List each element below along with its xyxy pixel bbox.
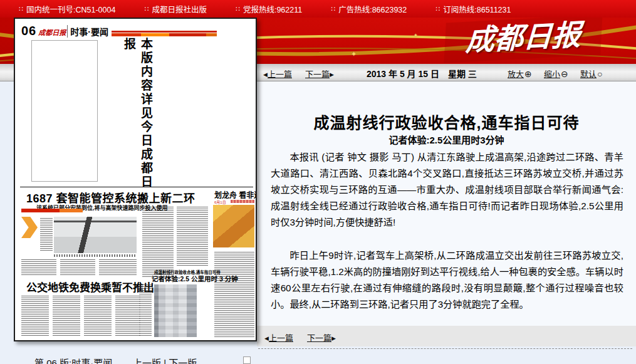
zoom-out-icon: ⊖: [561, 69, 568, 79]
thumb-headline-2[interactable]: 公交地铁免费换乘暂不推出: [26, 279, 154, 294]
dots-icon: ∷: [331, 5, 335, 13]
photo-caption-microtext: [54, 254, 137, 257]
subscribe-hotline-label: 订阅热线:86511231: [443, 3, 511, 15]
next-article-label: 下一篇: [305, 70, 330, 79]
red-kicker-strip: [21, 209, 83, 212]
thumb-side-date: 6月1日: [214, 199, 226, 205]
publication-number-label: 国内统一刊号:CN51-0004: [26, 3, 115, 15]
next-article-link-bottom[interactable]: 下一篇▶: [307, 331, 336, 343]
issue-date: 2013 年 5 月 15 日 星期 三: [367, 67, 477, 80]
right-arrow-icon: ▶: [330, 71, 334, 78]
footer-edition-nav[interactable]: 上一版 | 下一版: [133, 356, 197, 364]
zoom-out-button[interactable]: 缩小⊖: [544, 68, 568, 80]
zoom-in-label: 放大: [508, 70, 524, 79]
dots-icon: ∷: [19, 5, 23, 13]
prev-article-label: 上一篇: [268, 70, 292, 79]
elevated-road-photo: [154, 284, 197, 337]
thumb-side-headline[interactable]: 划龙舟 看非遗: [214, 189, 257, 200]
small-masthead-logo: 成都日报: [38, 27, 66, 37]
divider-rule: [20, 187, 253, 187]
dots-icon: ∷: [236, 5, 239, 13]
right-arrow-icon: ▶: [331, 335, 336, 341]
zoom-in-icon: ⊕: [524, 69, 532, 79]
party-hotline: ∷党报热线:962211: [236, 3, 302, 15]
party-hotline-label: 党报热线:962211: [243, 3, 302, 15]
bottom-nav-strip: ◀上一篇 下一篇▶: [257, 326, 636, 346]
dots-icon: ∷: [435, 5, 439, 13]
chevron-graphic: [21, 217, 38, 238]
side-microtext-strip: [231, 200, 254, 203]
ad-hotline: ∷广告热线:86623932: [331, 3, 407, 15]
footer-checkbox[interactable]: [243, 356, 251, 364]
microtext-column: [60, 259, 95, 276]
zoom-reset-icon: ○: [597, 69, 602, 79]
empty-image-placeholder: [31, 40, 98, 182]
microtext-column: [214, 252, 254, 337]
microtext-column: [21, 259, 56, 276]
article-paragraph: 本报讯 (记者 钟文 摄影 马丁) 从清江东路驶上成温高架,沿途跨过二环路、青羊…: [271, 149, 623, 231]
star-icon: ✦: [414, 33, 418, 38]
top-info-bar: ∷国内统一刊号:CN51-0004 ∷成都日报社出版 ∷党报热线:962211 …: [0, 0, 636, 18]
microtext-column: [177, 207, 208, 267]
page-footer: 第 06 版:时事·要闻 上一版 | 下一版: [0, 356, 636, 364]
dashed-divider: [258, 348, 632, 349]
ad-hotline-label: 广告热线:86623932: [338, 3, 407, 15]
prev-article-link-bottom[interactable]: ◀上一篇: [264, 331, 293, 343]
star-icon: ✦: [351, 50, 357, 58]
thumb-current-article-subhead[interactable]: 记者体验:2.5 公里用时 3 分钟: [152, 274, 238, 283]
zoom-out-label: 缩小: [544, 70, 560, 79]
microtext-column: [53, 296, 80, 337]
section-title: 时事·要闻: [67, 25, 108, 38]
vertical-notice-text: 本版内容详见今日成都日报: [120, 38, 154, 192]
prev-article-label: 上一篇: [269, 333, 293, 343]
gantry-photo: [54, 217, 137, 253]
microtext-column: [142, 207, 174, 277]
publisher-info-label: 成都日报社出版: [152, 3, 207, 15]
publication-number: ∷国内统一刊号:CN51-0004: [19, 3, 115, 15]
article-view: 成温射线行政验收合格,通车指日可待 记者体验:2.5公里用时3分钟 本报讯 (记…: [257, 81, 636, 326]
footer-page-label: 第 06 版:时事·要闻: [34, 356, 112, 364]
page-header: 06 成都日报 时事·要闻: [21, 24, 217, 38]
article-body: 本报讯 (记者 钟文 摄影 马丁) 从清江东路驶上成温高架,沿途跨过二环路、青羊…: [271, 149, 623, 330]
subscribe-hotline: ∷订阅热线:86511231: [435, 3, 511, 15]
microtext-column: [99, 259, 137, 276]
publisher-info: ∷成都日报社出版: [144, 3, 207, 15]
article-paragraph: 昨日上午9时许,记者驾车上高架桥,从二环路成温立交出发前往三环路苏坡立交,车辆行…: [271, 247, 623, 313]
microtext-column: [84, 296, 112, 337]
next-article-link[interactable]: 下一篇▶: [305, 68, 334, 80]
edition-info-strip: [112, 31, 217, 36]
prev-article-link[interactable]: ◀上一篇: [263, 68, 292, 80]
microtext-column: [21, 296, 49, 337]
microtext-column: [40, 218, 53, 251]
left-arrow-icon: ◀: [264, 335, 269, 341]
dragon-boat-photo: [213, 205, 254, 247]
zoom-reset-button[interactable]: 默认○: [580, 68, 602, 80]
article-title: 成温射线行政验收合格,通车指日可待: [257, 110, 636, 133]
dots-icon: ∷: [144, 5, 148, 13]
microtext-column: [139, 284, 152, 337]
zoom-reset-label: 默认: [580, 70, 597, 79]
next-article-label: 下一篇: [307, 333, 331, 343]
newspaper-page-thumbnail[interactable]: 06 成都日报 时事·要闻 本版内容详见今日成都日报 1687 套智能管控系统搬…: [14, 18, 257, 341]
microtext-column: [115, 296, 140, 337]
left-arrow-icon: ◀: [263, 71, 268, 78]
article-subtitle: 记者体验:2.5公里用时3分钟: [257, 133, 636, 146]
zoom-in-button[interactable]: 放大⊕: [508, 68, 532, 80]
page-number: 06: [21, 24, 36, 38]
